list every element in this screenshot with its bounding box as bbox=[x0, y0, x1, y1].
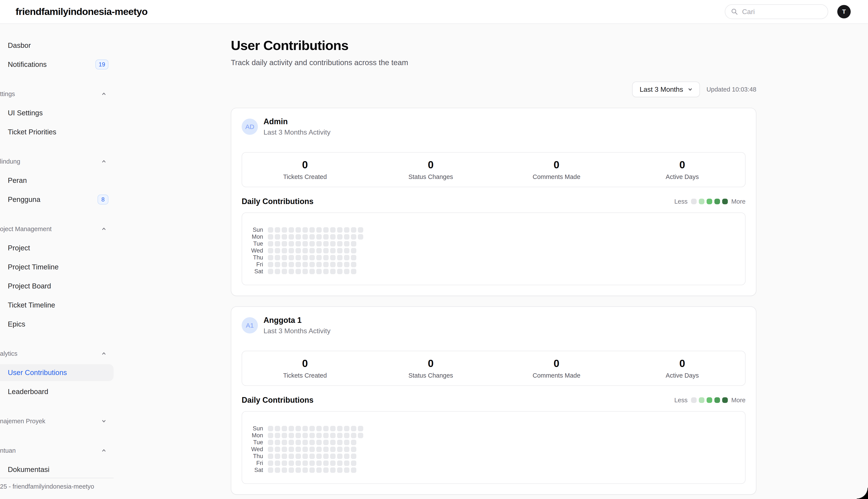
heatmap-cell bbox=[268, 248, 273, 253]
sidebar-item-label: Pengguna bbox=[8, 195, 40, 204]
sidebar-item-peran[interactable]: Peran bbox=[0, 171, 114, 190]
heatmap-cell bbox=[275, 453, 280, 459]
flag-icon bbox=[0, 128, 4, 136]
heatmap-cell bbox=[344, 433, 349, 438]
sidebar-section-lindung[interactable]: lindung bbox=[0, 152, 114, 171]
heatmap-cell bbox=[323, 255, 328, 260]
stat-item: 0 Comments Made bbox=[494, 159, 619, 181]
heatmap-cell bbox=[351, 447, 356, 452]
heatmap-cell bbox=[309, 269, 315, 274]
sidebar-item-label: Leaderboard bbox=[8, 388, 48, 396]
sidebar-item-ui-settings[interactable]: UI Settings bbox=[0, 104, 114, 122]
heatmap-cell bbox=[275, 426, 280, 431]
heatmap-row: Fri bbox=[250, 262, 745, 267]
heatmap-cell bbox=[309, 467, 315, 473]
palette-icon bbox=[0, 109, 4, 117]
stat-value: 0 bbox=[494, 159, 619, 171]
sidebar-item-dasbor[interactable]: Dasbor bbox=[0, 36, 114, 55]
stat-value: 0 bbox=[494, 357, 619, 369]
heatmap-cell bbox=[289, 461, 294, 466]
count-badge: 8 bbox=[98, 195, 108, 205]
heatmap-cell bbox=[282, 234, 287, 240]
day-label: Mon bbox=[250, 432, 263, 439]
heatmap-cell bbox=[268, 447, 273, 452]
heatmap-cell bbox=[268, 467, 273, 473]
heatmap-cell bbox=[302, 255, 308, 260]
heatmap-cell bbox=[275, 234, 280, 240]
sidebar-item-notifications[interactable]: Notifications 19 bbox=[0, 55, 114, 74]
sidebar-section-najemen-proyek[interactable]: najemen Proyek bbox=[0, 412, 114, 430]
sidebar-section-ttings[interactable]: ttings bbox=[0, 84, 114, 104]
chevron-up-icon bbox=[101, 447, 107, 454]
app-title: friendfamilyindonesia-meetyo bbox=[15, 6, 148, 17]
stat-item: 0 Active Days bbox=[619, 159, 745, 181]
sidebar-item-ticket-priorities[interactable]: Ticket Priorities bbox=[0, 122, 114, 142]
heatmap-cell bbox=[275, 241, 280, 246]
heatmap-cell bbox=[296, 255, 301, 260]
heatmap-cell bbox=[351, 461, 356, 466]
sidebar-item-epics[interactable]: Epics bbox=[0, 315, 114, 334]
sidebar-item-dokumentasi[interactable]: Dokumentasi bbox=[0, 460, 114, 479]
heatmap-cell bbox=[344, 447, 349, 452]
count-badge: 19 bbox=[96, 60, 108, 70]
sidebar-item-project-timeline[interactable]: Project Timeline bbox=[0, 257, 114, 277]
heatmap-cell bbox=[351, 440, 356, 445]
legend-swatch bbox=[691, 199, 697, 204]
heatmap-cell bbox=[282, 255, 287, 260]
heatmap-cell bbox=[344, 262, 349, 267]
heatmap-cell bbox=[282, 269, 287, 274]
heatmap-row: Tue bbox=[250, 440, 745, 445]
stat-item: 0 Comments Made bbox=[494, 357, 619, 379]
sidebar-section-label: ttings bbox=[0, 90, 15, 98]
page-subtitle: Track daily activity and contributions a… bbox=[231, 58, 756, 67]
heatmap-cell bbox=[344, 227, 349, 233]
heatmap-row: Fri bbox=[250, 461, 745, 466]
heatmap-cell bbox=[323, 447, 328, 452]
heatmap-row: Wed bbox=[250, 248, 745, 253]
sidebar-item-project[interactable]: Project bbox=[0, 239, 114, 257]
heatmap-cell bbox=[302, 447, 308, 452]
heatmap-cell bbox=[344, 248, 349, 253]
stats-summary: 0 Tickets Created 0 Status Changes 0 Com… bbox=[242, 152, 746, 187]
copyright-text: 25 - friendfamilyindonesia-meetyo bbox=[0, 483, 114, 490]
heatmap-cell bbox=[330, 269, 336, 274]
sidebar-item-label: Ticket Timeline bbox=[8, 301, 55, 309]
heatmap-cell bbox=[282, 227, 287, 233]
sidebar-section-alytics[interactable]: alytics bbox=[0, 344, 114, 363]
chevron-up-icon bbox=[101, 350, 107, 357]
heatmap-cell bbox=[358, 426, 363, 431]
period-dropdown[interactable]: Last 3 Months bbox=[632, 82, 700, 97]
sidebar-section-oject-management[interactable]: oject Management bbox=[0, 219, 114, 239]
heatmap-cell bbox=[337, 248, 343, 253]
stat-value: 0 bbox=[368, 357, 494, 369]
heatmap-cell bbox=[323, 461, 328, 466]
heatmap-cell bbox=[296, 426, 301, 431]
search-icon bbox=[731, 8, 738, 15]
stat-item: 0 Tickets Created bbox=[242, 159, 368, 181]
heatmap-cell bbox=[282, 248, 287, 253]
heatmap-cell bbox=[282, 262, 287, 267]
search-box[interactable] bbox=[725, 4, 828, 19]
sidebar-item-user-contributions[interactable]: User Contributions bbox=[0, 364, 114, 381]
heatmap-cell bbox=[289, 467, 294, 473]
sidebar-item-pengguna[interactable]: Pengguna 8 bbox=[0, 190, 114, 209]
heatmap-cell bbox=[296, 440, 301, 445]
member-period: Last 3 Months Activity bbox=[263, 128, 330, 136]
sidebar-item-ticket-timeline[interactable]: Ticket Timeline bbox=[0, 295, 114, 315]
heatmap-cell bbox=[275, 262, 280, 267]
sidebar-item-leaderboard[interactable]: Leaderboard bbox=[0, 382, 114, 401]
heatmap-cell bbox=[323, 453, 328, 459]
heatmap-cell bbox=[289, 241, 294, 246]
heatmap-cell bbox=[282, 426, 287, 431]
heatmap-cell bbox=[316, 440, 322, 445]
heatmap-cell bbox=[323, 467, 328, 473]
search-input[interactable] bbox=[742, 8, 822, 16]
heatmap-cell bbox=[309, 248, 315, 253]
heatmap-cell bbox=[302, 461, 308, 466]
stat-value: 0 bbox=[619, 159, 745, 171]
sidebar-section-ntuan[interactable]: ntuan bbox=[0, 441, 114, 460]
heatmap-cell bbox=[309, 440, 315, 445]
heatmap-cell bbox=[296, 241, 301, 246]
sidebar-item-project-board[interactable]: Project Board bbox=[0, 277, 114, 295]
user-avatar[interactable]: T bbox=[837, 5, 851, 19]
